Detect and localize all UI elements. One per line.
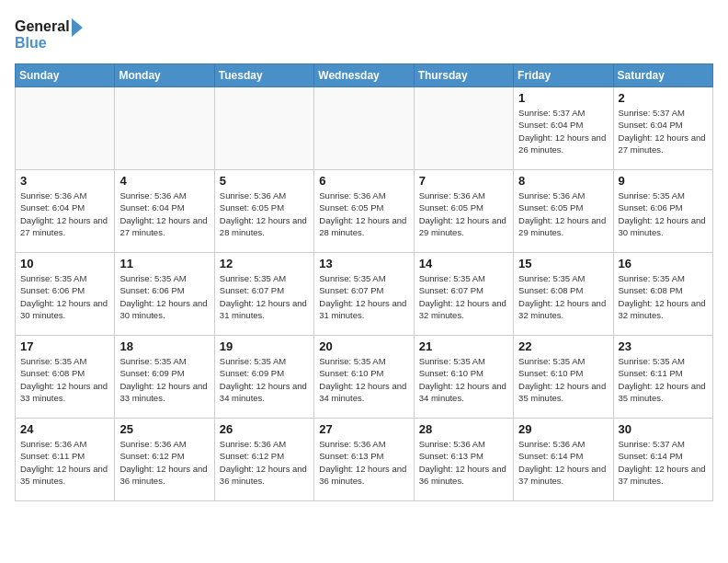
- calendar-cell: 11Sunrise: 5:35 AM Sunset: 6:06 PM Dayli…: [115, 253, 214, 336]
- day-info: Sunrise: 5:36 AM Sunset: 6:14 PM Dayligh…: [518, 438, 608, 487]
- calendar-cell: 4Sunrise: 5:36 AM Sunset: 6:04 PM Daylig…: [115, 170, 214, 253]
- calendar-week-4: 17Sunrise: 5:35 AM Sunset: 6:08 PM Dayli…: [16, 336, 713, 419]
- calendar-cell: 25Sunrise: 5:36 AM Sunset: 6:12 PM Dayli…: [115, 419, 214, 501]
- calendar-header-row: SundayMondayTuesdayWednesdayThursdayFrid…: [16, 64, 713, 87]
- calendar-cell: 10Sunrise: 5:35 AM Sunset: 6:06 PM Dayli…: [16, 253, 115, 336]
- calendar-cell: 5Sunrise: 5:36 AM Sunset: 6:05 PM Daylig…: [214, 170, 313, 253]
- day-info: Sunrise: 5:36 AM Sunset: 6:12 PM Dayligh…: [220, 438, 309, 487]
- logo: GeneralBlue: [15, 15, 88, 56]
- day-number: 26: [220, 422, 309, 436]
- calendar-week-2: 3Sunrise: 5:36 AM Sunset: 6:04 PM Daylig…: [16, 170, 713, 253]
- day-number: 13: [319, 257, 408, 270]
- calendar-cell: 30Sunrise: 5:37 AM Sunset: 6:14 PM Dayli…: [613, 419, 712, 501]
- calendar: SundayMondayTuesdayWednesdayThursdayFrid…: [15, 63, 713, 501]
- day-info: Sunrise: 5:35 AM Sunset: 6:06 PM Dayligh…: [20, 272, 109, 321]
- day-number: 6: [319, 174, 408, 188]
- day-number: 3: [20, 174, 109, 188]
- day-info: Sunrise: 5:37 AM Sunset: 6:04 PM Dayligh…: [518, 107, 608, 155]
- calendar-cell: 3Sunrise: 5:36 AM Sunset: 6:04 PM Daylig…: [16, 170, 115, 253]
- column-header-saturday: Saturday: [613, 64, 712, 87]
- day-number: 28: [419, 422, 508, 436]
- calendar-cell: 7Sunrise: 5:36 AM Sunset: 6:05 PM Daylig…: [414, 170, 513, 253]
- day-info: Sunrise: 5:35 AM Sunset: 6:07 PM Dayligh…: [419, 272, 508, 321]
- day-info: Sunrise: 5:37 AM Sunset: 6:14 PM Dayligh…: [619, 438, 708, 487]
- day-info: Sunrise: 5:36 AM Sunset: 6:05 PM Dayligh…: [319, 190, 408, 238]
- day-number: 7: [419, 174, 508, 188]
- calendar-cell: [414, 87, 513, 170]
- day-number: 16: [619, 257, 708, 270]
- column-header-tuesday: Tuesday: [214, 64, 313, 87]
- day-number: 29: [518, 422, 608, 436]
- day-number: 17: [20, 339, 109, 353]
- calendar-cell: [16, 87, 115, 170]
- day-number: 8: [518, 174, 608, 188]
- day-info: Sunrise: 5:35 AM Sunset: 6:10 PM Dayligh…: [319, 355, 408, 404]
- column-header-sunday: Sunday: [16, 64, 115, 87]
- day-number: 22: [518, 339, 608, 353]
- calendar-week-3: 10Sunrise: 5:35 AM Sunset: 6:06 PM Dayli…: [16, 253, 713, 336]
- logo-svg: GeneralBlue: [15, 15, 88, 56]
- calendar-cell: 28Sunrise: 5:36 AM Sunset: 6:13 PM Dayli…: [414, 419, 513, 501]
- calendar-cell: 19Sunrise: 5:35 AM Sunset: 6:09 PM Dayli…: [214, 336, 313, 419]
- calendar-week-1: 1Sunrise: 5:37 AM Sunset: 6:04 PM Daylig…: [16, 87, 713, 170]
- calendar-cell: [115, 87, 214, 170]
- day-number: 18: [119, 339, 209, 353]
- day-info: Sunrise: 5:37 AM Sunset: 6:04 PM Dayligh…: [619, 107, 708, 155]
- calendar-cell: 21Sunrise: 5:35 AM Sunset: 6:10 PM Dayli…: [414, 336, 513, 419]
- day-number: 9: [619, 174, 708, 188]
- day-number: 30: [619, 422, 708, 436]
- column-header-friday: Friday: [514, 64, 613, 87]
- day-info: Sunrise: 5:35 AM Sunset: 6:07 PM Dayligh…: [220, 272, 309, 321]
- calendar-cell: 18Sunrise: 5:35 AM Sunset: 6:09 PM Dayli…: [115, 336, 214, 419]
- day-info: Sunrise: 5:36 AM Sunset: 6:12 PM Dayligh…: [119, 438, 209, 487]
- day-info: Sunrise: 5:35 AM Sunset: 6:10 PM Dayligh…: [518, 355, 608, 404]
- day-number: 14: [419, 257, 508, 270]
- column-header-wednesday: Wednesday: [314, 64, 414, 87]
- day-info: Sunrise: 5:36 AM Sunset: 6:05 PM Dayligh…: [518, 190, 608, 238]
- day-number: 2: [619, 91, 708, 105]
- day-number: 5: [220, 174, 309, 188]
- calendar-cell: 9Sunrise: 5:35 AM Sunset: 6:06 PM Daylig…: [613, 170, 712, 253]
- day-info: Sunrise: 5:36 AM Sunset: 6:04 PM Dayligh…: [20, 190, 109, 238]
- calendar-cell: 6Sunrise: 5:36 AM Sunset: 6:05 PM Daylig…: [314, 170, 414, 253]
- day-number: 1: [518, 91, 608, 105]
- day-info: Sunrise: 5:35 AM Sunset: 6:10 PM Dayligh…: [419, 355, 508, 404]
- day-number: 4: [119, 174, 209, 188]
- day-info: Sunrise: 5:35 AM Sunset: 6:09 PM Dayligh…: [119, 355, 209, 404]
- calendar-cell: 16Sunrise: 5:35 AM Sunset: 6:08 PM Dayli…: [613, 253, 712, 336]
- day-number: 12: [220, 257, 309, 270]
- calendar-cell: [314, 87, 414, 170]
- calendar-cell: 17Sunrise: 5:35 AM Sunset: 6:08 PM Dayli…: [16, 336, 115, 419]
- calendar-cell: 26Sunrise: 5:36 AM Sunset: 6:12 PM Dayli…: [214, 419, 313, 501]
- calendar-cell: 27Sunrise: 5:36 AM Sunset: 6:13 PM Dayli…: [314, 419, 414, 501]
- calendar-cell: [214, 87, 313, 170]
- day-number: 25: [119, 422, 209, 436]
- calendar-cell: 14Sunrise: 5:35 AM Sunset: 6:07 PM Dayli…: [414, 253, 513, 336]
- day-number: 20: [319, 339, 408, 353]
- day-number: 24: [20, 422, 109, 436]
- day-info: Sunrise: 5:35 AM Sunset: 6:08 PM Dayligh…: [518, 272, 608, 321]
- day-number: 23: [619, 339, 708, 353]
- calendar-cell: 2Sunrise: 5:37 AM Sunset: 6:04 PM Daylig…: [613, 87, 712, 170]
- day-info: Sunrise: 5:35 AM Sunset: 6:07 PM Dayligh…: [319, 272, 408, 321]
- day-info: Sunrise: 5:35 AM Sunset: 6:08 PM Dayligh…: [619, 272, 708, 321]
- calendar-cell: 15Sunrise: 5:35 AM Sunset: 6:08 PM Dayli…: [514, 253, 613, 336]
- svg-text:Blue: Blue: [15, 35, 47, 51]
- column-header-monday: Monday: [115, 64, 214, 87]
- header: GeneralBlue: [15, 15, 713, 56]
- day-info: Sunrise: 5:36 AM Sunset: 6:11 PM Dayligh…: [20, 438, 109, 487]
- day-info: Sunrise: 5:36 AM Sunset: 6:05 PM Dayligh…: [419, 190, 508, 238]
- day-info: Sunrise: 5:36 AM Sunset: 6:13 PM Dayligh…: [319, 438, 408, 487]
- calendar-cell: 29Sunrise: 5:36 AM Sunset: 6:14 PM Dayli…: [514, 419, 613, 501]
- calendar-cell: 13Sunrise: 5:35 AM Sunset: 6:07 PM Dayli…: [314, 253, 414, 336]
- day-number: 15: [518, 257, 608, 270]
- day-info: Sunrise: 5:35 AM Sunset: 6:09 PM Dayligh…: [220, 355, 309, 404]
- day-number: 19: [220, 339, 309, 353]
- day-info: Sunrise: 5:35 AM Sunset: 6:08 PM Dayligh…: [20, 355, 109, 404]
- day-info: Sunrise: 5:36 AM Sunset: 6:04 PM Dayligh…: [119, 190, 209, 238]
- day-info: Sunrise: 5:35 AM Sunset: 6:06 PM Dayligh…: [119, 272, 209, 321]
- day-number: 10: [20, 257, 109, 270]
- day-info: Sunrise: 5:36 AM Sunset: 6:05 PM Dayligh…: [220, 190, 309, 238]
- calendar-cell: 12Sunrise: 5:35 AM Sunset: 6:07 PM Dayli…: [214, 253, 313, 336]
- day-number: 27: [319, 422, 408, 436]
